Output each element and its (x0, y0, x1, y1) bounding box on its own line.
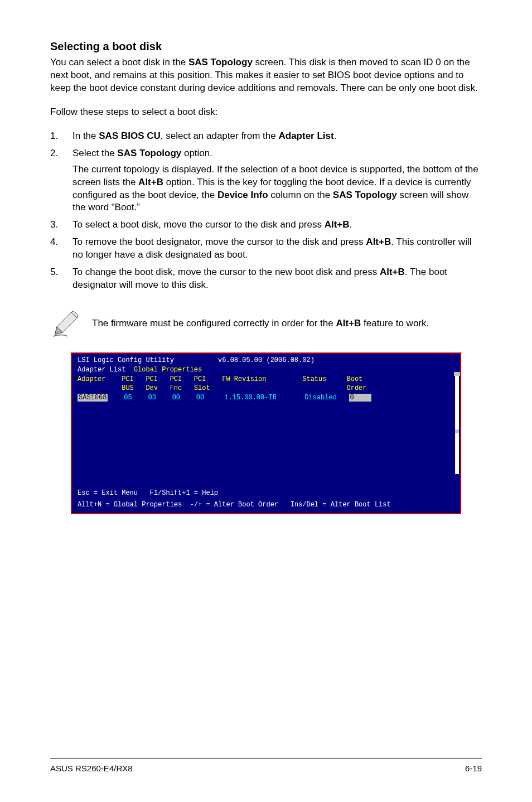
step-content: To remove the boot designator, move the … (72, 236, 482, 262)
bold: SAS Topology (117, 148, 181, 158)
step-number: 3. (50, 219, 72, 231)
text: To remove the boot designator, move the … (72, 236, 366, 247)
bios-menu-global-properties: Global Properties (134, 366, 202, 374)
step-2: 2. Select the SAS Topology option. The c… (50, 147, 482, 215)
step-5: 5. To change the boot disk, move the cur… (50, 266, 482, 292)
step-content: To select a boot disk, move the cursor t… (72, 219, 482, 231)
intro-bold-1: SAS Topology (188, 57, 253, 67)
step-number: 5. (50, 266, 72, 292)
text: feature to work. (361, 318, 429, 328)
step-number: 2. (50, 147, 72, 215)
bold: SAS Topology (333, 190, 397, 200)
steps-list: 1. In the SAS BIOS CU, select an adapter… (50, 130, 482, 292)
bios-screen: LSI Logic Config Utility v6.08.05.00 (20… (71, 352, 461, 514)
bios-empty-area (78, 403, 457, 486)
text: , select an adapter from the (161, 131, 279, 141)
text: The firmware must be configured correctl… (92, 318, 336, 328)
note-row: The firmware must be configured correctl… (50, 308, 482, 339)
footer-right: 6-19 (465, 764, 482, 773)
step-1: 1. In the SAS BIOS CU, select an adapter… (50, 130, 482, 143)
step-content: To change the boot disk, move the cursor… (72, 266, 482, 292)
follow-paragraph: Follow these steps to select a boot disk… (50, 106, 482, 119)
step-3: 3. To select a boot disk, move the curso… (50, 219, 482, 231)
text: column on the (268, 190, 333, 200)
text: To change the boot disk, move the cursor… (72, 267, 380, 277)
bold: Alt+B (138, 177, 163, 187)
step-content: Select the SAS Topology option. The curr… (72, 147, 482, 215)
section-heading: Selecting a boot disk (50, 40, 482, 53)
text: Select the (72, 148, 117, 158)
bold: Alt+B (366, 236, 391, 247)
step-number: 1. (50, 130, 72, 143)
text: . (334, 131, 337, 141)
step-content: In the SAS BIOS CU, select an adapter fr… (72, 130, 482, 143)
text: option. (181, 148, 212, 158)
bios-data-row: SAS1068 05 03 00 00 1.15.00.00-IR Disabl… (78, 393, 457, 403)
bios-column-header-1: Adapter PCI PCI PCI PCI FW Revision Stat… (78, 375, 457, 384)
note-text: The firmware must be configured correctl… (92, 317, 429, 330)
bios-menu-adapter-list: Adapter List (78, 366, 134, 374)
intro-text-1: You can select a boot disk in the (50, 57, 188, 67)
bold: Alt+B (325, 219, 350, 230)
scrollbar-top-icon (454, 372, 460, 376)
bios-title: LSI Logic Config Utility v6.08.05.00 (20… (78, 356, 457, 365)
bios-boot-order-cell: 0 (349, 394, 371, 402)
step-subparagraph: The current topology is displayed. If th… (72, 163, 482, 215)
intro-paragraph: You can select a boot disk in the SAS To… (50, 56, 482, 95)
bold: Device Info (217, 190, 268, 200)
bios-screenshot-wrap: LSI Logic Config Utility v6.08.05.00 (20… (50, 352, 482, 514)
bold: Adapter List (278, 131, 333, 141)
bold: Alt+B (380, 267, 405, 277)
text: In the (72, 131, 99, 141)
bold: Alt+B (336, 318, 361, 328)
text: . (350, 219, 352, 230)
bios-footer-2: Allt+N = Global Properties -/+ = Alter B… (78, 500, 457, 510)
text: To select a boot disk, move the cursor t… (72, 219, 325, 230)
bios-column-header-2: BUS Dev Fnc Slot Order (78, 384, 457, 393)
bios-footer-1: Esc = Exit Menu F1/Shift+1 = Help (78, 489, 457, 498)
page-footer: ASUS RS260-E4/RX8 6-19 (50, 758, 482, 773)
footer-left: ASUS RS260-E4/RX8 (50, 764, 133, 773)
bold: SAS BIOS CU (99, 131, 161, 141)
bios-adapter-cell: SAS1068 (78, 394, 108, 402)
step-number: 4. (50, 236, 72, 262)
bios-menu: Adapter List Global Properties (78, 365, 457, 375)
bios-row-values: 05 03 00 00 1.15.00.00-IR Disabled (108, 394, 349, 402)
step-4: 4. To remove the boot designator, move t… (50, 236, 482, 262)
pencil-note-icon (50, 308, 81, 339)
